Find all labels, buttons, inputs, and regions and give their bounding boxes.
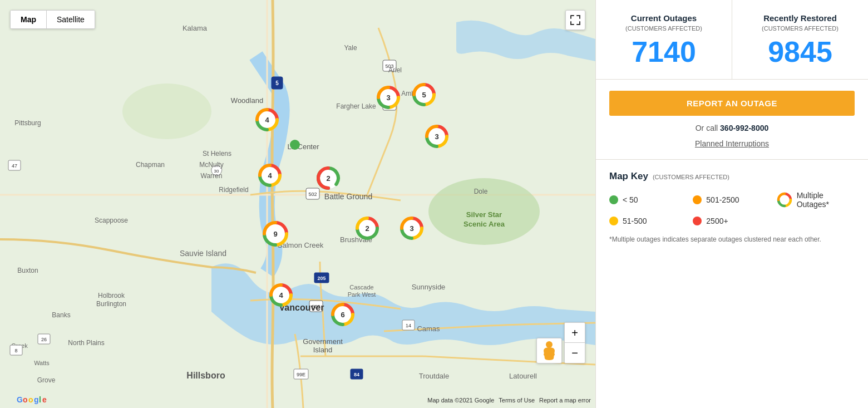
outage-marker-1: 4 xyxy=(256,109,278,131)
svg-text:Silver Star: Silver Star xyxy=(466,210,502,219)
stats-row: Current Outages (CUSTOMERS AFFECTED) 714… xyxy=(596,0,868,80)
svg-text:Government: Government xyxy=(303,337,343,346)
report-section: REPORT AN OUTAGE Or call 360-992-8000 Pl… xyxy=(596,80,868,160)
svg-text:St Helens: St Helens xyxy=(203,150,231,158)
pegman-button[interactable] xyxy=(536,338,562,363)
yellow-dot xyxy=(609,217,618,225)
svg-text:Yale: Yale xyxy=(344,44,357,52)
svg-text:2: 2 xyxy=(326,174,330,183)
orange-dot xyxy=(693,195,702,204)
svg-text:Island: Island xyxy=(313,346,333,354)
svg-text:5: 5 xyxy=(422,91,426,99)
svg-text:502: 502 xyxy=(308,191,317,197)
report-outage-button[interactable]: REPORT AN OUTAGE xyxy=(609,91,855,116)
svg-text:Watts: Watts xyxy=(34,360,50,366)
current-outages-sublabel: (CUSTOMERS AFFECTED) xyxy=(607,25,721,32)
outage-marker-3: 4 xyxy=(259,164,281,186)
key-item-red: 2500+ xyxy=(693,217,771,225)
svg-text:84: 84 xyxy=(354,372,359,377)
current-outages-box: Current Outages (CUSTOMERS AFFECTED) 714… xyxy=(596,0,732,79)
svg-text:5: 5 xyxy=(275,80,279,86)
outage-marker-8: 4 xyxy=(270,284,292,306)
zoom-in-button[interactable]: + xyxy=(565,323,585,343)
outage-marker-9: 6 xyxy=(332,303,354,326)
key-label-yellow: 51-500 xyxy=(623,217,647,225)
svg-text:Sunnyside: Sunnyside xyxy=(412,283,446,291)
map-toggle[interactable]: Map Satellite xyxy=(10,10,95,29)
svg-text:2: 2 xyxy=(365,224,369,233)
svg-text:Warren: Warren xyxy=(201,172,223,180)
key-item-green: < 50 xyxy=(609,191,687,209)
svg-text:8: 8 xyxy=(14,348,17,353)
outage-marker-6: 2 xyxy=(356,217,378,239)
svg-text:Pittsburg: Pittsburg xyxy=(14,119,41,127)
zoom-out-button[interactable]: − xyxy=(565,343,585,363)
svg-text:Grove: Grove xyxy=(37,376,56,384)
recently-restored-box: Recently Restored (CUSTOMERS AFFECTED) 9… xyxy=(732,0,868,79)
svg-text:47: 47 xyxy=(12,163,17,169)
svg-text:Ariel: Ariel xyxy=(388,66,402,74)
red-dot xyxy=(693,217,702,225)
sidebar: Current Outages (CUSTOMERS AFFECTED) 714… xyxy=(595,0,868,408)
svg-text:Fargher Lake: Fargher Lake xyxy=(336,102,376,110)
svg-text:4: 4 xyxy=(268,171,272,180)
svg-text:3: 3 xyxy=(435,132,438,141)
outage-marker-4: 2 xyxy=(317,167,339,189)
svg-text:Chapman: Chapman xyxy=(136,161,165,169)
svg-text:3: 3 xyxy=(410,224,413,233)
outage-marker-10: 3 xyxy=(377,86,400,109)
report-map-error-link[interactable]: Report a map error xyxy=(539,397,591,404)
key-label-orange: 501-2500 xyxy=(706,195,739,204)
green-dot xyxy=(609,195,618,204)
svg-text:Hillsboro: Hillsboro xyxy=(186,371,225,380)
svg-text:Camas: Camas xyxy=(417,325,440,333)
svg-text:Burlington: Burlington xyxy=(96,300,126,308)
map-data-text: Map data ©2021 Google xyxy=(427,397,494,404)
call-text: Or call 360-992-8000 xyxy=(609,124,855,132)
recently-restored-label: Recently Restored xyxy=(743,13,857,23)
recently-restored-sublabel: (CUSTOMERS AFFECTED) xyxy=(743,25,857,32)
map-key-grid: < 50 501-2500 Multiple Outages* xyxy=(609,191,855,225)
svg-text:Kalama: Kalama xyxy=(183,24,208,32)
svg-text:205: 205 xyxy=(317,276,326,281)
svg-text:6: 6 xyxy=(341,311,344,319)
svg-point-4 xyxy=(122,83,211,139)
key-label-green: < 50 xyxy=(623,195,638,204)
current-outages-value: 7140 xyxy=(607,36,721,68)
outage-marker-11: 3 xyxy=(426,125,448,148)
map-key-title: Map Key (CUSTOMERS AFFECTED) xyxy=(609,171,855,182)
satellite-button[interactable]: Satellite xyxy=(47,11,95,28)
current-outages-label: Current Outages xyxy=(607,13,721,23)
zoom-controls[interactable]: + − xyxy=(564,322,585,363)
svg-text:26: 26 xyxy=(41,337,47,342)
svg-text:Sauvie Island: Sauvie Island xyxy=(180,249,226,258)
fullscreen-button[interactable] xyxy=(565,10,585,30)
dot-marker-1 xyxy=(290,140,300,150)
svg-text:Scenic Area: Scenic Area xyxy=(463,220,505,228)
map-background: 503 503 502 500 5 30 47 26 99E 84 xyxy=(0,0,595,408)
map-key-note: *Multiple outages indicates separate out… xyxy=(609,234,855,244)
outage-marker-12: 5 xyxy=(413,83,435,106)
map-button[interactable]: Map xyxy=(11,11,47,28)
svg-text:Scappoose: Scappoose xyxy=(95,217,128,224)
svg-text:Banks: Banks xyxy=(52,311,70,319)
svg-text:Ridgefield: Ridgefield xyxy=(219,186,248,194)
planned-interruptions-link[interactable]: Planned Interruptions xyxy=(609,139,855,148)
svg-text:4: 4 xyxy=(279,291,283,299)
svg-text:Buxton: Buxton xyxy=(17,267,38,274)
phone-number: 360-992-8000 xyxy=(720,124,768,132)
key-label-multi: Multiple Outages* xyxy=(797,191,855,209)
svg-point-69 xyxy=(546,341,553,348)
svg-text:Woodland: Woodland xyxy=(231,96,263,105)
svg-text:Holbrook: Holbrook xyxy=(98,292,125,299)
svg-text:Troutdale: Troutdale xyxy=(419,372,449,380)
terms-link[interactable]: Terms of Use xyxy=(499,397,535,404)
outage-marker-7: 3 xyxy=(401,217,423,239)
svg-text:Park West: Park West xyxy=(348,291,376,298)
key-item-multi: Multiple Outages* xyxy=(777,191,855,209)
map-section: 503 503 502 500 5 30 47 26 99E 84 xyxy=(0,0,595,408)
key-item-orange: 501-2500 xyxy=(693,191,771,209)
svg-text:Cascade: Cascade xyxy=(349,284,373,291)
recently-restored-value: 9845 xyxy=(743,36,857,68)
svg-text:14: 14 xyxy=(406,323,411,328)
